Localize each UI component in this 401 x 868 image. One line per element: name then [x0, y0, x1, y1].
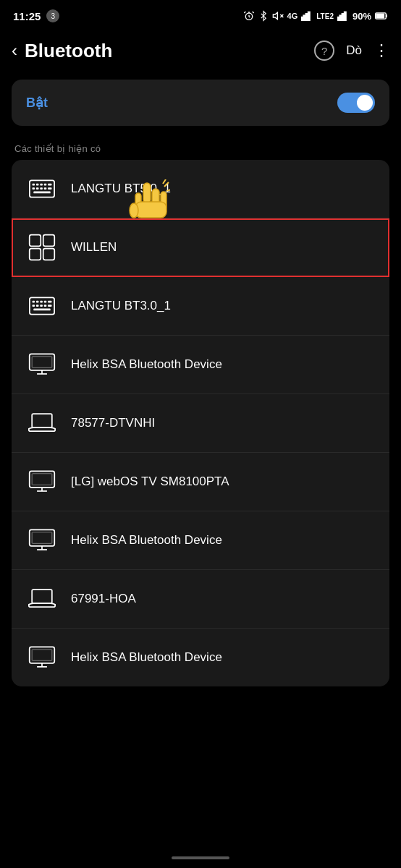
svg-rect-46 — [32, 414, 52, 427]
header-actions: ? Dò ⋮ — [314, 41, 389, 61]
device-item-langtu-bt5[interactable]: LANGTU BT5.0_1 — [12, 160, 389, 218]
svg-rect-5 — [306, 14, 308, 21]
device-item-langtu-bt3[interactable]: LANGTU BT3.0_1 — [12, 277, 389, 336]
svg-rect-22 — [40, 187, 43, 190]
svg-rect-27 — [43, 235, 55, 247]
svg-rect-21 — [36, 187, 39, 190]
scan-button[interactable]: Dò — [346, 43, 362, 58]
signal-bars-icon — [301, 11, 313, 21]
svg-rect-31 — [33, 301, 35, 303]
svg-rect-4 — [303, 15, 305, 20]
svg-rect-33 — [40, 301, 43, 303]
svg-rect-12 — [376, 14, 384, 19]
device-item-helix-1[interactable]: Helix BSA Bluetooth Device — [12, 336, 389, 394]
bluetooth-icon — [258, 10, 269, 22]
svg-rect-36 — [33, 305, 35, 307]
svg-rect-20 — [33, 187, 35, 190]
battery-icon — [375, 12, 388, 20]
signal-4g-icon: 4G — [287, 12, 298, 20]
svg-rect-55 — [32, 590, 52, 603]
device-icon-monitor-3 — [26, 524, 58, 556]
page-title: Bluetooth — [25, 40, 314, 62]
svg-rect-3 — [301, 17, 303, 21]
svg-rect-35 — [48, 301, 51, 303]
svg-rect-34 — [44, 301, 47, 303]
status-left: 11:25 3 — [13, 9, 59, 22]
svg-rect-16 — [36, 184, 39, 186]
bluetooth-toggle-section: Bật — [12, 80, 389, 126]
device-name: LANGTU BT3.0_1 — [71, 299, 171, 313]
svg-rect-8 — [339, 15, 341, 20]
svg-rect-32 — [36, 301, 39, 303]
bluetooth-toggle[interactable] — [337, 93, 375, 113]
device-name: 67991-HOA — [71, 592, 136, 606]
device-icon-keyboard-2 — [26, 290, 58, 322]
svg-rect-6 — [308, 12, 310, 20]
device-list: LANGTU BT5.0_1 WILLEN — [12, 160, 389, 686]
notification-badge: 3 — [46, 9, 59, 22]
svg-rect-9 — [342, 14, 343, 21]
back-button[interactable]: ‹ — [12, 41, 17, 61]
svg-rect-7 — [337, 17, 339, 21]
device-icon-monitor-2 — [26, 466, 58, 498]
svg-rect-15 — [33, 184, 35, 186]
device-item-lg-tv[interactable]: [LG] webOS TV SM8100PTA — [12, 453, 389, 511]
device-icon-monitor-1 — [26, 349, 58, 380]
device-name: LANGTU BT5.0_1 — [71, 182, 171, 196]
device-name: Helix BSA Bluetooth Device — [71, 533, 222, 548]
device-icon-laptop-2 — [26, 583, 58, 615]
battery-percent: 90% — [353, 11, 371, 22]
signal-bars-2-icon — [337, 11, 349, 21]
svg-rect-24 — [48, 187, 51, 190]
section-label: Các thiết bị hiện có — [0, 133, 401, 160]
mute-icon — [272, 10, 284, 22]
device-item-helix-3[interactable]: Helix BSA Bluetooth Device — [12, 629, 389, 686]
device-name: Helix BSA Bluetooth Device — [71, 357, 222, 372]
help-button[interactable]: ? — [314, 41, 334, 61]
device-icon-laptop-1 — [26, 407, 58, 439]
device-name: WILLEN — [71, 240, 117, 255]
svg-rect-50 — [32, 474, 52, 485]
device-item-hoa[interactable]: 67991-HOA — [12, 570, 389, 629]
svg-rect-10 — [345, 12, 346, 20]
device-name: [LG] webOS TV SM8100PTA — [71, 475, 229, 489]
status-bar: 11:25 3 4G LTE2 — [0, 0, 401, 29]
toggle-label: Bật — [26, 95, 48, 111]
svg-rect-38 — [40, 305, 43, 307]
header: ‹ Bluetooth ? Dò ⋮ — [0, 29, 401, 72]
svg-rect-28 — [30, 249, 41, 260]
svg-rect-39 — [44, 305, 47, 307]
svg-rect-18 — [44, 184, 47, 186]
status-time: 11:25 — [13, 10, 41, 22]
svg-rect-37 — [36, 305, 39, 307]
svg-rect-59 — [32, 650, 52, 661]
status-icons: 4G LTE2 90% — [243, 10, 388, 22]
device-item-dtvnhi[interactable]: 78577-DTVNHI — [12, 394, 389, 453]
svg-rect-19 — [48, 184, 51, 186]
svg-rect-54 — [32, 532, 52, 544]
device-name: Helix BSA Bluetooth Device — [71, 650, 222, 665]
scroll-indicator — [172, 856, 229, 859]
device-name: 78577-DTVNHI — [71, 416, 155, 430]
device-icon-multidevice — [26, 231, 58, 263]
alarm-icon — [243, 10, 255, 22]
svg-rect-29 — [43, 249, 55, 260]
more-button[interactable]: ⋮ — [373, 41, 389, 60]
svg-rect-17 — [40, 184, 43, 186]
svg-rect-41 — [33, 309, 50, 311]
svg-rect-40 — [48, 305, 51, 307]
lte2-icon: LTE2 — [316, 12, 334, 20]
svg-rect-25 — [33, 192, 50, 194]
device-icon-monitor-4 — [26, 642, 58, 673]
svg-rect-26 — [30, 235, 41, 247]
svg-rect-23 — [44, 187, 47, 190]
svg-rect-45 — [32, 357, 52, 368]
device-item-helix-2[interactable]: Helix BSA Bluetooth Device — [12, 511, 389, 570]
device-icon-keyboard-1 — [26, 173, 58, 205]
device-item-willen[interactable]: WILLEN — [12, 218, 389, 277]
